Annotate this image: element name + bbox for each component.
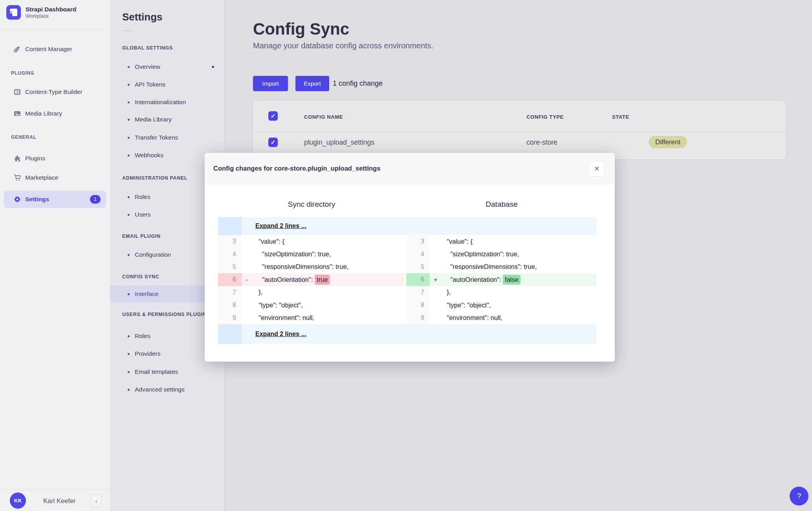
sidebar-item-label: Media Library [25, 110, 62, 117]
import-button[interactable]: Import [253, 76, 288, 91]
select-all-checkbox[interactable]: ✓ [268, 111, 278, 121]
bullet-icon [128, 353, 130, 355]
diff-added-code: + "autoOrientation": false [430, 273, 596, 286]
sidebar-item-media-library[interactable]: Media Library [4, 105, 106, 122]
sidebar-item-marketplace[interactable]: Marketplace [4, 169, 106, 186]
export-button[interactable]: Export [295, 76, 329, 91]
sidebar-item-settings[interactable]: Settings 1 [4, 191, 106, 208]
config-type-cell: core-store [526, 136, 557, 149]
page-subtitle: Manage your database config across envir… [253, 41, 433, 50]
user-footer: KK Karl Keefer ‹ [0, 490, 110, 511]
diff-line: 5 "responsiveDimensions": true, 5 "respo… [218, 261, 596, 273]
workspace-brand[interactable]: Strapi Dashboard Workplace [6, 5, 76, 20]
subnav-item-media-library[interactable]: Media Library [110, 111, 224, 128]
diff-expand-row-bottom: Expand 2 lines ... [218, 324, 596, 344]
page-title: Config Sync [253, 20, 349, 39]
chevron-left-icon: ‹ [95, 498, 97, 504]
bullet-icon [128, 154, 130, 156]
subnav-title-divider [122, 30, 134, 31]
subnav-item-overview[interactable]: Overview [110, 58, 224, 75]
sidebar-section-plugins: PLUGINS [11, 70, 34, 76]
subnav-title: Settings [122, 11, 163, 23]
picture-icon [13, 110, 21, 118]
subnav-item-advanced-settings[interactable]: Advanced settings [110, 381, 224, 398]
sidebar-item-label: Marketplace [25, 174, 58, 181]
bullet-icon [128, 214, 130, 216]
strapi-logo-icon [6, 5, 21, 20]
fold-gutter [218, 217, 242, 235]
subnav-item-email-templates[interactable]: Email templates [110, 363, 224, 380]
workspace-subtitle: Workplace [26, 13, 76, 19]
subnav-section-global-settings: GLOBAL SETTINGS [122, 45, 173, 51]
sidebar-item-content-type-builder[interactable]: Content-Type Builder [4, 83, 106, 101]
config-change-count: 1 config change [333, 76, 383, 91]
config-diff-modal: Config changes for core-store.plugin_upl… [205, 153, 615, 362]
fold-row: Expand 2 lines ... [242, 217, 596, 235]
expand-lines-link[interactable]: Expand 2 lines ... [255, 331, 306, 338]
layout-grid-icon [13, 88, 21, 96]
main-sidebar: Strapi Dashboard Workplace Content Manag… [0, 0, 110, 511]
gear-icon [13, 195, 21, 203]
diff-right-pane-title: Database [423, 200, 580, 209]
bullet-icon [128, 254, 130, 256]
column-header-state: STATE [612, 114, 629, 120]
bullet-icon [128, 101, 130, 103]
config-table: ✓ CONFIG NAME CONFIG TYPE STATE ✓ plugin… [253, 101, 786, 159]
diff-line: 8 "type": "object", 8 "type": "object", [218, 299, 596, 311]
workspace-title: Strapi Dashboard [26, 6, 76, 13]
diff-line: 4 "sizeOptimization": true, 4 "sizeOptim… [218, 248, 596, 260]
diff-line: 9 "environment": null, 9 "environment": … [218, 311, 596, 324]
table-divider [253, 132, 786, 132]
expand-lines-link[interactable]: Expand 2 lines ... [255, 222, 306, 230]
sidebar-item-label: Content Manager [25, 46, 72, 53]
sidebar-item-plugins[interactable]: Plugins [4, 150, 106, 167]
diff-expand-row-top: Expand 2 lines ... [218, 217, 596, 235]
bullet-icon [128, 137, 130, 139]
row-checkbox[interactable]: ✓ [268, 138, 278, 147]
bullet-icon [128, 119, 130, 121]
help-button[interactable]: ? [790, 487, 808, 505]
bullet-icon [128, 371, 130, 373]
removed-word: true [315, 275, 330, 285]
subnav-item-internationalization[interactable]: Internationalization [110, 94, 224, 111]
diff-removed-code: - "autoOrientation": true [242, 273, 404, 286]
diff-left-pane-title: Sync directory [233, 200, 390, 209]
modal-title: Config changes for core-store.plugin_upl… [213, 153, 380, 184]
state-badge: Different [649, 136, 687, 148]
added-word: false [503, 275, 521, 285]
bullet-icon [128, 196, 130, 198]
column-header-config-name: CONFIG NAME [304, 114, 343, 120]
subnav-section-administration-panel: ADMINISTRATION PANEL [122, 175, 187, 181]
diff-line: 7 }, 7 }, [218, 286, 596, 299]
close-button[interactable]: ✕ [589, 161, 605, 176]
sidebar-item-content-manager[interactable]: Content Manager [4, 40, 106, 58]
sidebar-item-label: Plugins [25, 155, 45, 162]
bullet-icon [128, 335, 130, 337]
avatar[interactable]: KK [10, 493, 26, 509]
sidebar-section-general: GENERAL [11, 134, 36, 140]
column-header-config-type: CONFIG TYPE [526, 114, 564, 120]
sidebar-divider [0, 29, 110, 30]
config-name-cell[interactable]: plugin_upload_settings [304, 136, 374, 149]
subnav-item-transfer-tokens[interactable]: Transfer Tokens [110, 129, 224, 146]
overview-notification-dot-icon [212, 66, 214, 68]
subnav-section-email-plugin: EMAIL PLUGIN [122, 233, 161, 239]
bullet-icon [128, 84, 130, 86]
sidebar-item-label: Content-Type Builder [25, 88, 82, 96]
pen-feather-icon [13, 45, 21, 53]
diff-viewer: Expand 2 lines ... 3 "value": { 3 "value… [218, 217, 596, 344]
fold-row: Expand 2 lines ... [242, 324, 596, 344]
bullet-icon [128, 293, 130, 295]
shopping-cart-icon [13, 174, 21, 182]
subnav-section-config-sync: CONFIG SYNC [122, 274, 159, 279]
puzzle-icon [13, 154, 21, 162]
fold-gutter [218, 324, 242, 344]
question-mark-icon: ? [797, 492, 801, 500]
subnav-item-api-tokens[interactable]: API Tokens [110, 76, 224, 93]
sidebar-item-label: Settings [25, 196, 49, 203]
diff-line: 3 "value": { 3 "value": { [218, 235, 596, 248]
collapse-sidebar-button[interactable]: ‹ [91, 494, 101, 507]
user-name: Karl Keefer [43, 490, 76, 511]
subnav-section-users-permissions-plugin: USERS & PERMISSIONS PLUGIN [122, 312, 207, 317]
bullet-icon [128, 389, 130, 391]
